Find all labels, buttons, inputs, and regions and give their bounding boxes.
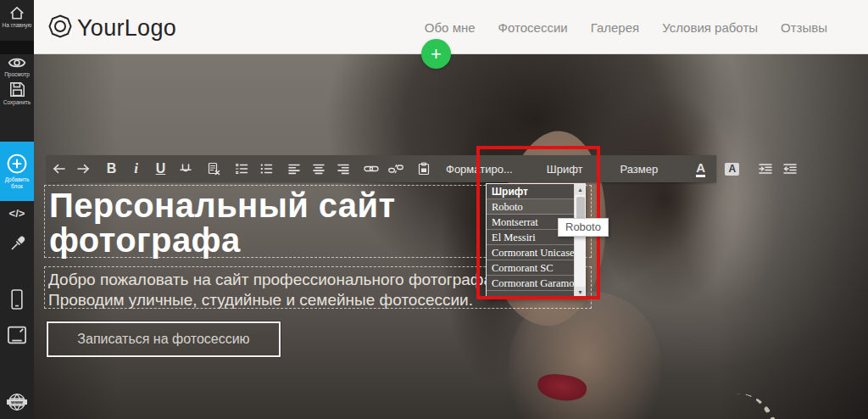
nav-reviews[interactable]: Отзывы — [781, 20, 827, 35]
text-color-button[interactable]: A — [688, 155, 713, 182]
site-header: YourLogo Обо мне Фотосессии Галерея Усло… — [34, 0, 868, 54]
sidebar-item-tablet-view[interactable] — [0, 324, 34, 346]
sidebar-save-label: Сохранить — [3, 99, 31, 106]
sidebar-preview-label: Просмотр — [4, 71, 30, 78]
sidebar-home-label: На главную — [3, 22, 32, 29]
tablet-icon — [6, 324, 28, 346]
font-option-cormorant-sc[interactable]: Cormorant SC — [487, 260, 575, 276]
align-right-button[interactable] — [331, 155, 355, 182]
remove-format-button[interactable] — [201, 155, 225, 182]
outdent-button[interactable] — [777, 155, 802, 182]
hero-title[interactable]: Персональный сайт фотографа — [49, 188, 490, 258]
signup-button[interactable]: Записаться на фотосессию — [47, 321, 281, 357]
hero-subtitle-line1: Добро пожаловать на сайт профессионально… — [48, 270, 497, 290]
undo-button[interactable] — [47, 155, 71, 182]
ordered-list-button[interactable] — [229, 155, 253, 182]
sidebar-item-mobile-view[interactable] — [0, 288, 34, 310]
unlink-button[interactable] — [383, 155, 408, 182]
bullet-list-button[interactable] — [253, 155, 278, 182]
size-dropdown[interactable]: Размер — [604, 155, 676, 182]
bg-color-glyph: A — [725, 163, 739, 176]
bold-button[interactable]: B — [99, 155, 124, 182]
nav-photosessions[interactable]: Фотосессии — [498, 20, 568, 35]
eyedropper-icon — [9, 236, 25, 252]
logo-text: YourLogo — [77, 15, 176, 42]
format-dropdown[interactable]: Форматиро... — [436, 155, 523, 182]
sidebar-item-add-block[interactable]: Добавить блок — [0, 142, 34, 201]
hero-subtitle-line2: Проводим уличные, студийные и семейные ф… — [48, 290, 497, 310]
globe-www-icon: www — [7, 392, 27, 412]
sidebar-item-home[interactable]: На главную — [0, 5, 34, 42]
plus-circle-icon — [6, 153, 28, 175]
background-color-button[interactable]: A — [720, 155, 744, 182]
save-icon — [9, 81, 25, 98]
code-icon: </> — [9, 207, 25, 220]
photo-neck — [509, 292, 661, 419]
photo-pearl-necklace-2 — [698, 390, 784, 419]
link-button[interactable] — [359, 155, 383, 182]
sidebar-item-preview[interactable]: Просмотр — [0, 56, 34, 78]
builder-sidebar: На главную Просмотр Сохранить — [0, 0, 34, 419]
indent-button[interactable] — [753, 155, 777, 182]
strikethrough-button[interactable] — [173, 155, 198, 182]
text-color-glyph: A — [696, 161, 705, 177]
sidebar-divider — [0, 41, 34, 54]
sidebar-item-code[interactable]: </> — [0, 207, 34, 220]
redo-button[interactable] — [71, 155, 96, 182]
font-dropdown-menu: Шрифт Roboto Montserrat El Messiri Cormo… — [486, 183, 586, 299]
site-builder-window: YourLogo Обо мне Фотосессии Галерея Усло… — [0, 0, 868, 419]
sidebar-item-styles[interactable] — [0, 236, 34, 252]
eye-icon — [8, 56, 26, 70]
scroll-up-button[interactable]: ▲ — [575, 184, 586, 195]
align-center-button[interactable] — [306, 155, 331, 182]
sidebar-item-save[interactable]: Сохранить — [0, 81, 34, 106]
paste-image-button[interactable] — [411, 155, 436, 182]
nav-gallery[interactable]: Галерея — [591, 20, 640, 35]
italic-button[interactable]: i — [124, 155, 148, 182]
logo[interactable]: YourLogo — [47, 14, 176, 42]
globe-www-label: www — [7, 399, 27, 405]
text-editor-toolbar: B i U — [47, 155, 716, 182]
font-option-clipped[interactable] — [487, 291, 575, 299]
hero-subtitle[interactable]: Добро пожаловать на сайт профессионально… — [48, 270, 497, 310]
font-option-cormorant-unicase[interactable]: Cormorant Unicase — [487, 245, 575, 260]
add-section-button[interactable]: + — [421, 39, 451, 69]
scroll-down-button[interactable]: ▼ — [575, 287, 586, 298]
logo-icon — [47, 14, 73, 42]
sidebar-add-block-label: Добавить блок — [3, 176, 31, 190]
photo-hair-strand — [678, 114, 780, 309]
font-option-cormorant-garamond[interactable]: Cormorant Garamond — [487, 276, 575, 291]
nav-about[interactable]: Обо мне — [425, 20, 476, 35]
smartphone-icon — [8, 288, 25, 310]
font-menu-scrollbar[interactable]: ▲ ▼ — [574, 184, 585, 298]
font-tooltip: Roboto — [558, 218, 609, 237]
nav-terms[interactable]: Условия работы — [662, 20, 758, 35]
font-menu-header: Шрифт — [487, 184, 575, 199]
font-option-roboto[interactable]: Roboto — [487, 199, 575, 215]
home-icon — [8, 5, 25, 20]
main-nav: Обо мне Фотосессии Галерея Условия работ… — [425, 0, 827, 54]
font-dropdown[interactable]: Шрифт — [526, 155, 604, 182]
scrollbar-thumb[interactable] — [576, 197, 585, 219]
align-left-button[interactable] — [281, 155, 306, 182]
underline-button[interactable]: U — [148, 155, 173, 182]
sidebar-item-publish[interactable]: www — [0, 392, 34, 412]
